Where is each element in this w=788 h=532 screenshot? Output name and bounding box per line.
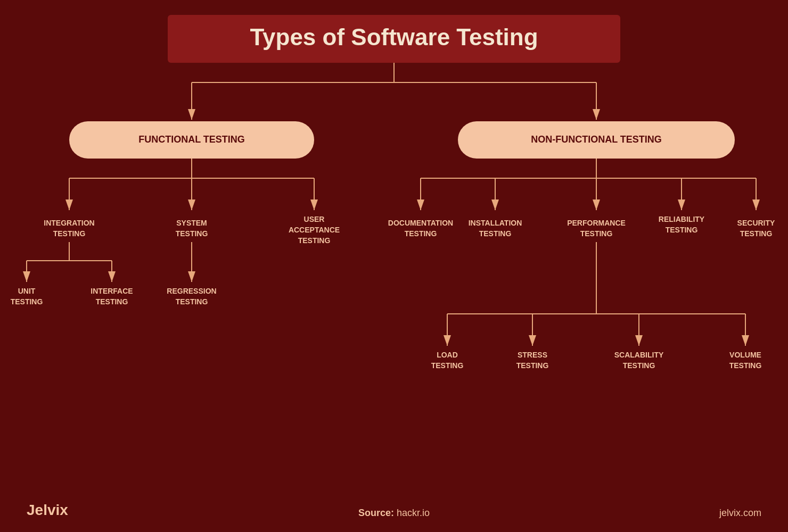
- svg-text:TESTING: TESTING: [96, 297, 128, 306]
- non-functional-testing-label: NON-FUNCTIONAL TESTING: [531, 134, 662, 145]
- footer-brand: Jelvix: [27, 502, 68, 519]
- system-testing-label: SYSTEM: [176, 219, 207, 227]
- performance-testing-label: PERFORMANCE: [567, 219, 626, 227]
- svg-text:TESTING: TESTING: [516, 361, 549, 370]
- main-container: Types of Software Testing FUNCTIONAL TES…: [0, 0, 788, 532]
- documentation-testing-label: DOCUMENTATION: [388, 219, 453, 227]
- svg-text:TESTING: TESTING: [298, 236, 331, 245]
- svg-text:TESTING: TESTING: [53, 229, 86, 238]
- regression-testing-label: REGRESSION: [167, 287, 216, 295]
- reliability-testing-label: RELIABILITY: [659, 215, 705, 223]
- svg-text:TESTING: TESTING: [479, 229, 512, 238]
- volume-testing-label: VOLUME: [729, 351, 761, 359]
- svg-text:TESTING: TESTING: [729, 361, 762, 370]
- security-testing-label: SECURITY: [737, 219, 775, 227]
- installation-testing-label: INSTALLATION: [469, 219, 522, 227]
- unit-testing-label: UNIT: [18, 287, 36, 295]
- user-acceptance-testing-label: USER: [304, 215, 325, 223]
- functional-testing-label: FUNCTIONAL TESTING: [138, 134, 245, 145]
- svg-text:TESTING: TESTING: [176, 297, 208, 306]
- svg-text:TESTING: TESTING: [431, 361, 464, 370]
- scalability-testing-label: SCALABILITY: [614, 351, 664, 359]
- footer-url: jelvix.com: [719, 508, 761, 519]
- svg-text:TESTING: TESTING: [666, 226, 698, 234]
- svg-text:ACCEPTANCE: ACCEPTANCE: [289, 226, 340, 234]
- page-title: Types of Software Testing: [250, 24, 538, 50]
- svg-text:TESTING: TESTING: [405, 229, 437, 238]
- footer-source: Source: hackr.io: [358, 508, 430, 519]
- interface-testing-label: INTERFACE: [91, 287, 133, 295]
- load-testing-label: LOAD: [437, 351, 458, 359]
- svg-text:TESTING: TESTING: [176, 229, 208, 238]
- integration-testing-label: INTEGRATION: [44, 219, 94, 227]
- svg-text:TESTING: TESTING: [623, 361, 655, 370]
- svg-text:TESTING: TESTING: [11, 297, 43, 306]
- stress-testing-label: STRESS: [518, 351, 547, 359]
- svg-text:TESTING: TESTING: [740, 229, 773, 238]
- svg-text:TESTING: TESTING: [580, 229, 613, 238]
